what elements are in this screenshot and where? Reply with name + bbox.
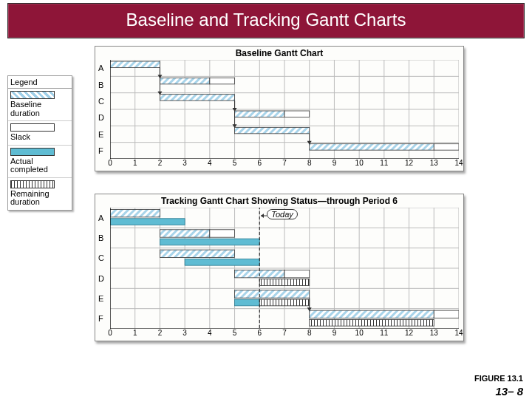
task-label: B [98,233,103,242]
gantt-bar [110,219,185,225]
baseline-gantt-panel: Baseline Gantt Chart 0123456789101112131… [95,46,464,171]
task-label: E [98,294,103,303]
x-tick-label: 2 [158,329,163,337]
gantt-bar [235,111,284,117]
page-number: 13– 8 [495,385,523,398]
gantt-bar [310,310,434,318]
x-tick-label: 6 [258,329,262,337]
x-tick-label: 5 [233,159,237,167]
tracking-gantt-plot [110,208,459,329]
gantt-bar [259,279,309,286]
gantt-bar [284,270,310,277]
x-tick-label: 13 [430,159,438,167]
figure-label: FIGURE 13.1 [474,374,523,383]
legend-swatch-icon [10,180,55,188]
x-tick-label: 9 [332,329,337,337]
gantt-bar [235,299,260,306]
x-tick-label: 12 [405,159,413,167]
x-tick-label: 10 [355,159,364,167]
gantt-bar [310,319,434,326]
gantt-bar [434,310,459,318]
legend-swatch-icon [10,91,55,99]
legend-item: Slack [8,121,72,146]
baseline-x-axis: 01234567891011121314 [110,159,459,169]
tracking-x-axis: 01234567891011121314 [110,329,459,339]
gantt-bar [110,209,160,216]
x-tick-label: 0 [108,329,112,337]
gantt-bar [210,78,235,83]
gantt-svg [110,208,459,329]
task-label: C [98,97,104,106]
baseline-gantt-plot [110,60,459,159]
x-tick-label: 3 [183,159,187,167]
tracking-gantt-panel: Tracking Gantt Chart Showing Status—thro… [95,194,464,341]
slide-title-bar: Baseline and Tracking Gantt Charts [7,3,525,38]
legend-header: Legend [8,76,72,89]
slide-title: Baseline and Tracking Gantt Charts [126,10,406,30]
gantt-bar [160,230,209,237]
slide-content: Legend Baseline duration Slack Actual co… [7,46,525,364]
x-tick-label: 1 [133,329,137,337]
svg-marker-70 [261,214,264,218]
x-tick-label: 2 [158,159,163,167]
legend-swatch-icon [10,148,55,156]
x-tick-label: 13 [430,329,438,337]
legend-item-label: Remaining duration [10,190,69,207]
legend-box: Legend Baseline duration Slack Actual co… [7,75,72,211]
task-label: E [98,130,103,139]
task-label: B [98,81,103,89]
x-tick-label: 14 [454,329,463,337]
x-tick-label: 3 [183,329,187,337]
x-tick-label: 9 [332,159,337,167]
legend-item: Remaining duration [8,178,72,210]
legend-item: Baseline duration [8,89,72,121]
x-tick-label: 4 [208,159,212,167]
x-tick-label: 7 [282,329,287,337]
task-label: F [98,146,103,155]
x-tick-label: 10 [355,329,364,337]
legend-item-label: Slack [10,133,69,142]
baseline-gantt-title: Baseline Gantt Chart [95,47,463,58]
x-tick-label: 8 [307,159,312,167]
x-tick-label: 7 [282,159,287,167]
task-label: F [98,314,103,323]
gantt-bar [160,95,234,100]
gantt-bar [160,78,209,83]
gantt-bar [160,239,259,245]
legend-item-label: Actual completed [10,157,69,174]
gantt-bar [160,250,234,257]
tracking-gantt-title: Tracking Gantt Chart Showing Status—thro… [95,194,463,206]
task-label: A [98,64,103,72]
gantt-bar [235,290,310,298]
task-label: C [98,253,104,262]
gantt-bar [210,230,235,237]
task-label: A [98,214,103,222]
gantt-bar [284,111,310,117]
gantt-bar [235,127,310,133]
x-tick-label: 14 [454,159,463,167]
x-tick-label: 5 [233,329,237,337]
gantt-bar [185,259,259,265]
gantt-bar [110,61,160,67]
today-label: Today [267,209,298,219]
x-tick-label: 1 [133,159,137,167]
gantt-bar [259,299,309,306]
x-tick-label: 6 [258,159,262,167]
gantt-bar [434,144,459,150]
legend-swatch-icon [10,123,55,132]
gantt-svg [110,60,459,159]
task-label: D [98,274,104,283]
x-tick-label: 11 [380,159,388,167]
legend-item: Actual completed [8,146,72,178]
x-tick-label: 4 [208,329,212,337]
legend-item-label: Baseline duration [10,100,69,117]
gantt-bar [310,144,434,150]
task-label: D [98,113,104,122]
x-tick-label: 11 [380,329,388,337]
x-tick-label: 8 [307,329,312,337]
x-tick-label: 0 [108,159,112,167]
x-tick-label: 12 [405,329,413,337]
